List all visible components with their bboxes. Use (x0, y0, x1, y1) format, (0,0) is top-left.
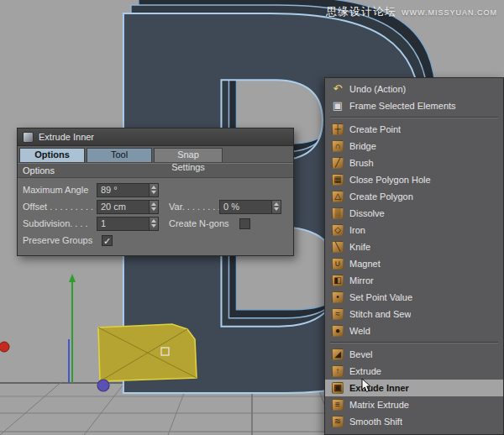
tab-tool[interactable]: Tool (87, 148, 152, 162)
menu-item-stitch-and-sew[interactable]: ≈ Stitch and Sew (325, 306, 503, 322)
bevel-icon: ◢ (332, 349, 344, 360)
menu-group-history: ↶ Undo (Action) ▣ Frame Selected Element… (325, 81, 503, 114)
menu-item-create-point[interactable]: ┼ Create Point (325, 121, 503, 138)
set-point-value-icon: • (332, 291, 344, 303)
create-point-icon: ┼ (332, 123, 344, 135)
mirror-icon: ◧ (332, 275, 344, 286)
context-menu: ↶ Undo (Action) ▣ Frame Selected Element… (324, 77, 504, 435)
preserve-groups-checkbox[interactable]: ✓ (102, 235, 113, 246)
magnet-icon: ∪ (332, 258, 344, 270)
watermark-url: WWW.MISSYUAN.COM (402, 8, 497, 17)
extrude-inner-icon: ▣ (332, 382, 344, 394)
menu-item-bevel[interactable]: ◢ Bevel (325, 346, 503, 363)
selected-polygon[interactable] (98, 324, 197, 381)
menu-separator (330, 342, 498, 343)
menu-separator (330, 117, 498, 118)
watermark: 思缘设计论坛 WWW.MISSYUAN.COM (326, 4, 497, 19)
preserve-groups-label: Preserve Groups (23, 235, 97, 245)
maximum-angle-label: Maximum Angle (23, 185, 97, 195)
viewport[interactable]: B B B 思缘设计论坛 WWW.MISSYUAN.COM Extrude In… (0, 0, 504, 435)
menu-item-weld[interactable]: ● Weld (325, 322, 503, 339)
maximum-angle-field[interactable]: 89 ° (97, 183, 159, 197)
menu-group-extrude: ◢ Bevel ↑ Extrude ▣ Extrude Inner ≡ Matr… (325, 346, 503, 430)
var-spinner[interactable] (271, 200, 281, 214)
matrix-extrude-icon: ≡ (332, 399, 344, 411)
menu-item-matrix-extrude[interactable]: ≡ Matrix Extrude (325, 396, 503, 413)
menu-item-brush[interactable]: ╱ Brush (325, 155, 503, 171)
tab-snap-settings[interactable]: Snap Settings (154, 148, 223, 162)
x-axis-handle (0, 342, 9, 352)
watermark-site: 思缘设计论坛 (326, 4, 396, 19)
menu-item-extrude-inner[interactable]: ▣ Extrude Inner (325, 380, 503, 396)
var-field[interactable]: 0 % (219, 200, 281, 214)
dialog-body: Maximum Angle 89 ° Offset . . . . . . . … (18, 178, 293, 255)
menu-group-tools: ┼ Create Point ∩ Bridge ╱ Brush ▦ Close … (325, 121, 503, 339)
menu-item-knife[interactable]: ╲ Knife (325, 238, 503, 255)
stitch-and-sew-icon: ≈ (332, 308, 344, 320)
options-section-header: Options (18, 163, 293, 178)
offset-field[interactable]: 20 cm (97, 200, 159, 214)
offset-spinner[interactable] (149, 200, 159, 214)
dissolve-icon: ▒ (332, 207, 344, 219)
dialog-tabs: Options Tool Snap Settings (18, 146, 293, 163)
create-ngons-checkbox[interactable] (239, 218, 250, 229)
frame-selected-icon: ▣ (332, 100, 344, 112)
subdivision-field[interactable]: 1 (97, 217, 159, 231)
menu-item-dissolve[interactable]: ▒ Dissolve (325, 205, 503, 222)
subdivision-label: Subdivision. . . . (23, 218, 97, 228)
brush-icon: ╱ (332, 157, 344, 169)
iron-icon: ◇ (332, 224, 344, 236)
subdivision-spinner[interactable] (149, 217, 159, 231)
maximum-angle-spinner[interactable] (149, 183, 159, 197)
menu-item-extrude[interactable]: ↑ Extrude (325, 363, 503, 380)
tab-options[interactable]: Options (19, 148, 85, 162)
dialog-title: Extrude Inner (39, 132, 94, 142)
menu-item-close-polygon-hole[interactable]: ▦ Close Polygon Hole (325, 171, 503, 188)
menu-item-smooth-shift[interactable]: ≋ Smooth Shift (325, 413, 503, 430)
origin-point (97, 380, 109, 391)
menu-item-mirror[interactable]: ◧ Mirror (325, 272, 503, 289)
menu-item-undo-action[interactable]: ↶ Undo (Action) (325, 81, 503, 97)
create-polygon-icon: △ (332, 191, 344, 202)
extrude-inner-dialog: Extrude Inner Options Tool Snap Settings… (17, 128, 294, 256)
close-polygon-hole-icon: ▦ (332, 174, 344, 186)
offset-label: Offset . . . . . . . . . (23, 202, 97, 212)
extrude-icon: ↑ (332, 365, 344, 377)
menu-item-frame-selected-elements[interactable]: ▣ Frame Selected Elements (325, 97, 503, 114)
menu-item-bridge[interactable]: ∩ Bridge (325, 138, 503, 155)
y-axis-arrow (69, 274, 76, 282)
bridge-icon: ∩ (332, 140, 344, 152)
menu-item-magnet[interactable]: ∪ Magnet (325, 255, 503, 272)
menu-item-set-point-value[interactable]: • Set Point Value (325, 289, 503, 306)
extrude-inner-tool-icon (23, 132, 34, 143)
create-ngons-label: Create N-gons (169, 218, 236, 228)
knife-icon: ╲ (332, 241, 344, 253)
dialog-titlebar[interactable]: Extrude Inner (18, 128, 293, 146)
smooth-shift-icon: ≋ (332, 416, 344, 427)
var-label: Var. . . . . . . . . (169, 202, 219, 212)
menu-item-iron[interactable]: ◇ Iron (325, 222, 503, 238)
undo-icon: ↶ (332, 83, 344, 95)
weld-icon: ● (332, 325, 344, 337)
menu-item-create-polygon[interactable]: △ Create Polygon (325, 188, 503, 205)
